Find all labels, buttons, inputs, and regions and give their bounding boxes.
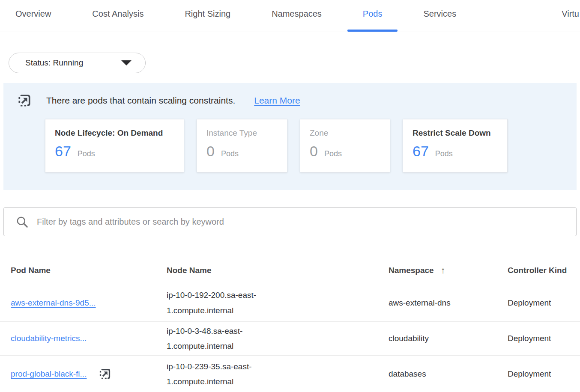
column-header-pod-name[interactable]: Pod Name [11,266,167,275]
card-value-row: 67Pods [55,143,179,160]
tab-label: Cost Analysis [92,9,144,19]
card-value: 0 [206,143,215,160]
tab-overview[interactable]: Overview [0,0,66,32]
tab-label: Right Sizing [185,9,230,19]
active-tab-underline [347,30,398,32]
tab-label: Services [423,9,456,19]
banner-message: There are pods that contain scaling cons… [46,95,235,106]
namespace-cell: databases [389,366,508,381]
column-header-label: Node Name [167,266,212,275]
scaling-constraints-banner: There are pods that contain scaling cons… [3,83,577,190]
controller-kind: Deployment [508,298,580,308]
search-icon [15,215,29,229]
filter-search[interactable] [3,207,577,236]
card-unit: Pods [78,149,95,158]
banner-message-row: There are pods that contain scaling cons… [3,92,577,109]
tab-right-sizing[interactable]: Right Sizing [169,0,246,32]
namespace: aws-external-dns [389,295,454,310]
constraint-card-zone[interactable]: Zone0Pods [300,119,390,172]
card-value: 67 [55,143,71,160]
scaling-constraint-icon [98,367,112,381]
pod-name-link[interactable]: prod-global-black-fi... [11,369,87,379]
constraint-cards: Node Lifecycle: On Demand67PodsInstance … [45,119,577,172]
card-title: Node Lifecycle: On Demand [55,128,179,138]
scaling-constraint-icon [16,92,33,109]
node-name-cell: ip-10-0-239-35.sa-east-1.compute.interna… [167,359,389,389]
tab-label: Virtu [562,9,579,19]
table-body: aws-external-dns-9d5...ip-10-0-192-200.s… [0,284,580,392]
column-header-node-name[interactable]: Node Name [167,266,389,275]
status-filter-dropdown[interactable]: Status: Running [9,53,146,73]
tab-virtu[interactable]: Virtu [546,0,580,32]
pods-page: OverviewCost AnalysisRight SizingNamespa… [0,0,580,392]
table-row: prod-global-black-fi...ip-10-0-239-35.sa… [0,356,580,392]
pod-name-cell: aws-external-dns-9d5... [11,298,167,308]
namespace: cloudability [389,331,454,346]
status-filter-label: Status: Running [25,58,83,68]
column-header-label: Pod Name [11,266,51,275]
namespace-cell: aws-external-dns [389,295,508,310]
column-header-controller-kind[interactable]: Controller Kind [508,266,580,275]
search-input[interactable] [36,217,568,227]
card-value: 0 [310,143,318,160]
card-unit: Pods [221,149,239,158]
chevron-down-icon [121,60,132,65]
table-row: cloudability-metrics...ip-10-0-3-48.sa-e… [0,322,580,356]
pod-name-link[interactable]: aws-external-dns-9d5... [11,298,96,308]
pods-table: Pod NameNode NameNamespace↑Controller Ki… [0,257,580,392]
card-unit: Pods [435,149,453,158]
node-name-cell: ip-10-0-192-200.sa-east-1.compute.intern… [167,288,389,318]
controller-kind: Deployment [508,334,580,343]
learn-more-link[interactable]: Learn More [254,95,300,106]
controller-kind-cell: Deployment [508,298,580,308]
column-header-namespace[interactable]: Namespace↑ [389,265,508,276]
card-title: Restrict Scale Down [413,128,503,138]
tab-namespaces[interactable]: Namespaces [256,0,337,32]
node-name: ip-10-0-239-35.sa-east-1.compute.interna… [167,359,283,389]
namespace-cell: cloudability [389,331,508,346]
tab-label: Namespaces [272,9,322,19]
controller-kind-cell: Deployment [508,369,580,379]
table-row: aws-external-dns-9d5...ip-10-0-192-200.s… [0,284,580,322]
sort-ascending-icon: ↑ [441,265,445,276]
constraint-card-node-lifecycle-on-demand[interactable]: Node Lifecycle: On Demand67Pods [45,119,184,172]
card-unit: Pods [324,149,342,158]
card-value-row: 0Pods [206,143,283,160]
node-name-cell: ip-10-0-3-48.sa-east-1.compute.internal [167,324,389,353]
pod-name-cell: prod-global-black-fi... [11,367,167,381]
card-value-row: 0Pods [310,143,386,160]
column-header-label: Namespace [389,266,434,275]
tab-bar: OverviewCost AnalysisRight SizingNamespa… [0,0,580,32]
controller-kind-cell: Deployment [508,334,580,343]
constraint-card-restrict-scale-down[interactable]: Restrict Scale Down67Pods [403,119,508,172]
controller-kind: Deployment [508,369,580,379]
node-name: ip-10-0-3-48.sa-east-1.compute.internal [167,324,283,353]
tab-cost-analysis[interactable]: Cost Analysis [77,0,159,32]
constraint-card-instance-type[interactable]: Instance Type0Pods [197,119,287,172]
column-header-label: Controller Kind [508,266,567,275]
pod-name-cell: cloudability-metrics... [11,334,167,343]
namespace: databases [389,366,454,381]
tab-pods[interactable]: Pods [347,0,398,32]
tab-label: Pods [363,9,383,19]
card-title: Zone [310,128,386,138]
pod-name-link[interactable]: cloudability-metrics... [11,334,87,343]
tab-label: Overview [15,9,51,19]
card-title: Instance Type [206,128,283,138]
tab-services[interactable]: Services [408,0,472,32]
card-value-row: 67Pods [413,143,503,160]
node-name: ip-10-0-192-200.sa-east-1.compute.intern… [167,288,283,318]
table-header-row: Pod NameNode NameNamespace↑Controller Ki… [0,257,580,284]
card-value: 67 [413,143,429,160]
